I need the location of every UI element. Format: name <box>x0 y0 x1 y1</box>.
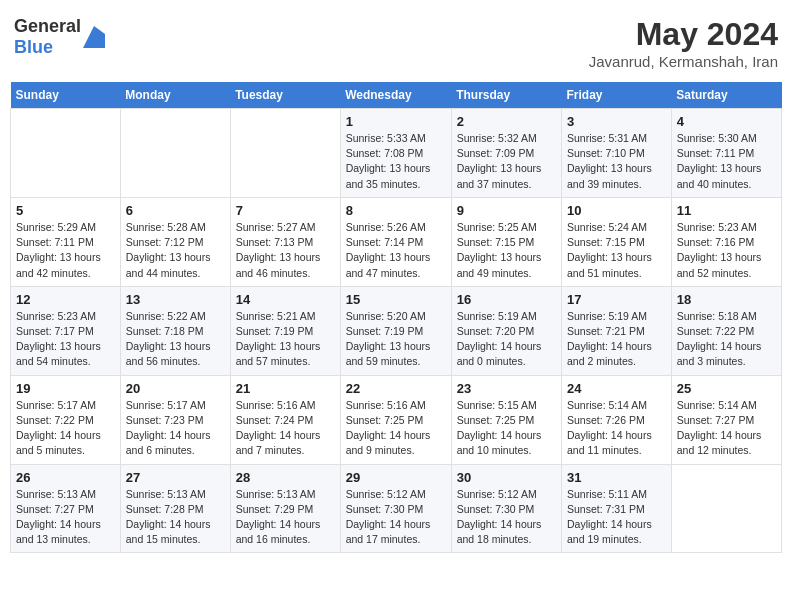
day-number: 26 <box>16 470 115 485</box>
calendar-cell <box>230 109 340 198</box>
day-info: Sunrise: 5:16 AMSunset: 7:24 PMDaylight:… <box>236 398 335 459</box>
calendar-cell <box>120 109 230 198</box>
day-number: 4 <box>677 114 776 129</box>
day-number: 20 <box>126 381 225 396</box>
calendar-cell: 16Sunrise: 5:19 AMSunset: 7:20 PMDayligh… <box>451 286 561 375</box>
calendar-cell: 11Sunrise: 5:23 AMSunset: 7:16 PMDayligh… <box>671 197 781 286</box>
calendar-cell <box>11 109 121 198</box>
calendar-cell: 31Sunrise: 5:11 AMSunset: 7:31 PMDayligh… <box>562 464 672 553</box>
calendar-cell: 8Sunrise: 5:26 AMSunset: 7:14 PMDaylight… <box>340 197 451 286</box>
calendar-cell: 17Sunrise: 5:19 AMSunset: 7:21 PMDayligh… <box>562 286 672 375</box>
day-info: Sunrise: 5:19 AMSunset: 7:21 PMDaylight:… <box>567 309 666 370</box>
day-info: Sunrise: 5:31 AMSunset: 7:10 PMDaylight:… <box>567 131 666 192</box>
day-info: Sunrise: 5:13 AMSunset: 7:29 PMDaylight:… <box>236 487 335 548</box>
day-info: Sunrise: 5:23 AMSunset: 7:17 PMDaylight:… <box>16 309 115 370</box>
day-info: Sunrise: 5:25 AMSunset: 7:15 PMDaylight:… <box>457 220 556 281</box>
calendar-cell: 24Sunrise: 5:14 AMSunset: 7:26 PMDayligh… <box>562 375 672 464</box>
calendar-cell: 22Sunrise: 5:16 AMSunset: 7:25 PMDayligh… <box>340 375 451 464</box>
day-info: Sunrise: 5:17 AMSunset: 7:23 PMDaylight:… <box>126 398 225 459</box>
day-info: Sunrise: 5:23 AMSunset: 7:16 PMDaylight:… <box>677 220 776 281</box>
calendar-cell: 1Sunrise: 5:33 AMSunset: 7:08 PMDaylight… <box>340 109 451 198</box>
day-info: Sunrise: 5:15 AMSunset: 7:25 PMDaylight:… <box>457 398 556 459</box>
day-number: 15 <box>346 292 446 307</box>
calendar-cell: 20Sunrise: 5:17 AMSunset: 7:23 PMDayligh… <box>120 375 230 464</box>
day-info: Sunrise: 5:21 AMSunset: 7:19 PMDaylight:… <box>236 309 335 370</box>
day-info: Sunrise: 5:29 AMSunset: 7:11 PMDaylight:… <box>16 220 115 281</box>
day-info: Sunrise: 5:30 AMSunset: 7:11 PMDaylight:… <box>677 131 776 192</box>
calendar-cell: 5Sunrise: 5:29 AMSunset: 7:11 PMDaylight… <box>11 197 121 286</box>
calendar-cell: 27Sunrise: 5:13 AMSunset: 7:28 PMDayligh… <box>120 464 230 553</box>
calendar-week-row: 19Sunrise: 5:17 AMSunset: 7:22 PMDayligh… <box>11 375 782 464</box>
calendar-cell: 29Sunrise: 5:12 AMSunset: 7:30 PMDayligh… <box>340 464 451 553</box>
calendar-cell: 21Sunrise: 5:16 AMSunset: 7:24 PMDayligh… <box>230 375 340 464</box>
column-header-monday: Monday <box>120 82 230 109</box>
day-info: Sunrise: 5:13 AMSunset: 7:28 PMDaylight:… <box>126 487 225 548</box>
calendar-cell: 15Sunrise: 5:20 AMSunset: 7:19 PMDayligh… <box>340 286 451 375</box>
day-info: Sunrise: 5:26 AMSunset: 7:14 PMDaylight:… <box>346 220 446 281</box>
logo-blue: Blue <box>14 37 53 57</box>
day-number: 19 <box>16 381 115 396</box>
day-number: 17 <box>567 292 666 307</box>
svg-marker-0 <box>83 26 105 48</box>
calendar-cell: 9Sunrise: 5:25 AMSunset: 7:15 PMDaylight… <box>451 197 561 286</box>
day-info: Sunrise: 5:12 AMSunset: 7:30 PMDaylight:… <box>346 487 446 548</box>
day-number: 7 <box>236 203 335 218</box>
calendar-week-row: 5Sunrise: 5:29 AMSunset: 7:11 PMDaylight… <box>11 197 782 286</box>
calendar-cell: 6Sunrise: 5:28 AMSunset: 7:12 PMDaylight… <box>120 197 230 286</box>
day-number: 2 <box>457 114 556 129</box>
day-info: Sunrise: 5:12 AMSunset: 7:30 PMDaylight:… <box>457 487 556 548</box>
calendar-cell: 2Sunrise: 5:32 AMSunset: 7:09 PMDaylight… <box>451 109 561 198</box>
calendar-cell: 28Sunrise: 5:13 AMSunset: 7:29 PMDayligh… <box>230 464 340 553</box>
title-block: May 2024 Javanrud, Kermanshah, Iran <box>589 16 778 70</box>
calendar-cell: 18Sunrise: 5:18 AMSunset: 7:22 PMDayligh… <box>671 286 781 375</box>
column-header-friday: Friday <box>562 82 672 109</box>
day-info: Sunrise: 5:20 AMSunset: 7:19 PMDaylight:… <box>346 309 446 370</box>
day-number: 6 <box>126 203 225 218</box>
calendar-cell: 12Sunrise: 5:23 AMSunset: 7:17 PMDayligh… <box>11 286 121 375</box>
day-number: 8 <box>346 203 446 218</box>
location-subtitle: Javanrud, Kermanshah, Iran <box>589 53 778 70</box>
day-info: Sunrise: 5:19 AMSunset: 7:20 PMDaylight:… <box>457 309 556 370</box>
day-number: 11 <box>677 203 776 218</box>
day-number: 23 <box>457 381 556 396</box>
day-number: 18 <box>677 292 776 307</box>
calendar-week-row: 26Sunrise: 5:13 AMSunset: 7:27 PMDayligh… <box>11 464 782 553</box>
column-header-tuesday: Tuesday <box>230 82 340 109</box>
calendar-cell: 30Sunrise: 5:12 AMSunset: 7:30 PMDayligh… <box>451 464 561 553</box>
day-info: Sunrise: 5:14 AMSunset: 7:26 PMDaylight:… <box>567 398 666 459</box>
day-info: Sunrise: 5:24 AMSunset: 7:15 PMDaylight:… <box>567 220 666 281</box>
day-info: Sunrise: 5:33 AMSunset: 7:08 PMDaylight:… <box>346 131 446 192</box>
day-number: 27 <box>126 470 225 485</box>
month-year-title: May 2024 <box>589 16 778 53</box>
calendar-cell <box>671 464 781 553</box>
calendar-header-row: SundayMondayTuesdayWednesdayThursdayFrid… <box>11 82 782 109</box>
day-number: 22 <box>346 381 446 396</box>
calendar-cell: 26Sunrise: 5:13 AMSunset: 7:27 PMDayligh… <box>11 464 121 553</box>
day-info: Sunrise: 5:11 AMSunset: 7:31 PMDaylight:… <box>567 487 666 548</box>
day-number: 1 <box>346 114 446 129</box>
day-number: 29 <box>346 470 446 485</box>
day-info: Sunrise: 5:22 AMSunset: 7:18 PMDaylight:… <box>126 309 225 370</box>
day-info: Sunrise: 5:14 AMSunset: 7:27 PMDaylight:… <box>677 398 776 459</box>
column-header-saturday: Saturday <box>671 82 781 109</box>
calendar-cell: 25Sunrise: 5:14 AMSunset: 7:27 PMDayligh… <box>671 375 781 464</box>
day-number: 12 <box>16 292 115 307</box>
day-number: 13 <box>126 292 225 307</box>
day-number: 28 <box>236 470 335 485</box>
calendar-cell: 14Sunrise: 5:21 AMSunset: 7:19 PMDayligh… <box>230 286 340 375</box>
calendar-cell: 3Sunrise: 5:31 AMSunset: 7:10 PMDaylight… <box>562 109 672 198</box>
day-number: 31 <box>567 470 666 485</box>
logo-text: General Blue <box>14 16 81 58</box>
day-info: Sunrise: 5:32 AMSunset: 7:09 PMDaylight:… <box>457 131 556 192</box>
logo-icon <box>83 26 105 48</box>
day-info: Sunrise: 5:16 AMSunset: 7:25 PMDaylight:… <box>346 398 446 459</box>
day-number: 3 <box>567 114 666 129</box>
calendar-cell: 4Sunrise: 5:30 AMSunset: 7:11 PMDaylight… <box>671 109 781 198</box>
day-number: 21 <box>236 381 335 396</box>
calendar-week-row: 1Sunrise: 5:33 AMSunset: 7:08 PMDaylight… <box>11 109 782 198</box>
column-header-sunday: Sunday <box>11 82 121 109</box>
day-info: Sunrise: 5:28 AMSunset: 7:12 PMDaylight:… <box>126 220 225 281</box>
day-number: 16 <box>457 292 556 307</box>
calendar-cell: 19Sunrise: 5:17 AMSunset: 7:22 PMDayligh… <box>11 375 121 464</box>
calendar-cell: 7Sunrise: 5:27 AMSunset: 7:13 PMDaylight… <box>230 197 340 286</box>
